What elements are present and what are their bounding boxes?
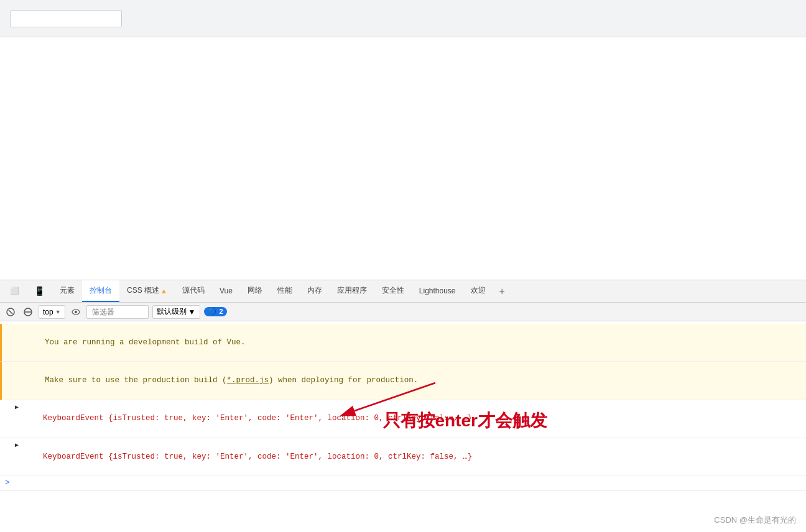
- tab-sources[interactable]: 源代码: [175, 280, 212, 302]
- console-toolbar: top ▼ 默认级别 ▼ 🔵 2: [0, 303, 806, 321]
- devtools-tab-bar: ⬜ 📱 元素 控制台 CSS 概述 ▲ 源代码 Vue 网络 性能 内存: [0, 280, 806, 303]
- tab-console[interactable]: 控制台: [82, 280, 119, 302]
- main-content-area: [0, 37, 806, 280]
- tab-vue[interactable]: Vue: [212, 280, 240, 302]
- warning-text-1: You are running a development build of V…: [45, 338, 246, 347]
- devtools-panel: ⬜ 📱 元素 控制台 CSS 概述 ▲ 源代码 Vue 网络 性能 内存: [0, 280, 806, 532]
- tab-network[interactable]: 网络: [240, 280, 270, 302]
- log-level-selector[interactable]: 默认级别 ▼: [152, 305, 200, 319]
- tab-security[interactable]: 安全性: [374, 280, 412, 302]
- tab-css[interactable]: CSS 概述 ▲: [119, 280, 175, 302]
- tab-application[interactable]: 应用程序: [330, 280, 374, 302]
- device-icon: 📱: [34, 286, 45, 296]
- screencast-icon: ⬜: [10, 287, 19, 295]
- error-icon: 🔵: [208, 308, 216, 315]
- level-chevron-icon: ▼: [188, 308, 196, 316]
- tab-elements[interactable]: 元素: [52, 280, 82, 302]
- tab-lighthouse[interactable]: Lighthouse: [412, 280, 463, 302]
- clear-console-button[interactable]: [4, 305, 17, 319]
- list-item: Make sure to use the production build (*…: [0, 362, 806, 400]
- keyboard-event-2: KeyboardEvent {isTrusted: true, key: 'En…: [43, 452, 472, 461]
- list-item: You are running a development build of V…: [0, 324, 806, 362]
- console-prompt[interactable]: [0, 476, 806, 491]
- eye-icon: [71, 307, 81, 317]
- no-entry-button[interactable]: [21, 305, 35, 319]
- context-selector[interactable]: top ▼: [39, 305, 65, 319]
- tab-performance[interactable]: 性能: [270, 280, 300, 302]
- tab-screen-cast[interactable]: ⬜: [2, 280, 27, 302]
- csdn-watermark: CSDN @生命是有光的: [714, 515, 796, 526]
- filter-input[interactable]: [86, 305, 149, 319]
- keyboard-event-1: KeyboardEvent {isTrusted: true, key: 'En…: [43, 414, 472, 423]
- error-count-badge: 🔵 2: [204, 307, 227, 316]
- warning-icon: ▲: [160, 287, 167, 295]
- chevron-down-icon: ▼: [55, 309, 61, 315]
- tab-welcome[interactable]: 欢迎: [463, 280, 493, 302]
- tab-device-mode[interactable]: 📱: [27, 280, 52, 302]
- console-output-area: You are running a development build of V…: [0, 321, 806, 532]
- add-tab-button[interactable]: +: [493, 282, 511, 301]
- svg-point-5: [75, 311, 77, 313]
- address-bar[interactable]: [10, 10, 122, 27]
- clear-icon: [6, 307, 16, 317]
- eye-button[interactable]: [69, 305, 83, 319]
- browser-top-bar: [0, 0, 806, 37]
- list-item[interactable]: KeyboardEvent {isTrusted: true, key: 'En…: [0, 438, 806, 476]
- block-icon: [23, 307, 33, 317]
- svg-line-1: [9, 310, 12, 314]
- tab-memory[interactable]: 内存: [300, 280, 330, 302]
- list-item[interactable]: KeyboardEvent {isTrusted: true, key: 'En…: [0, 400, 806, 438]
- warning-text-2: Make sure to use the production build (*…: [45, 376, 418, 385]
